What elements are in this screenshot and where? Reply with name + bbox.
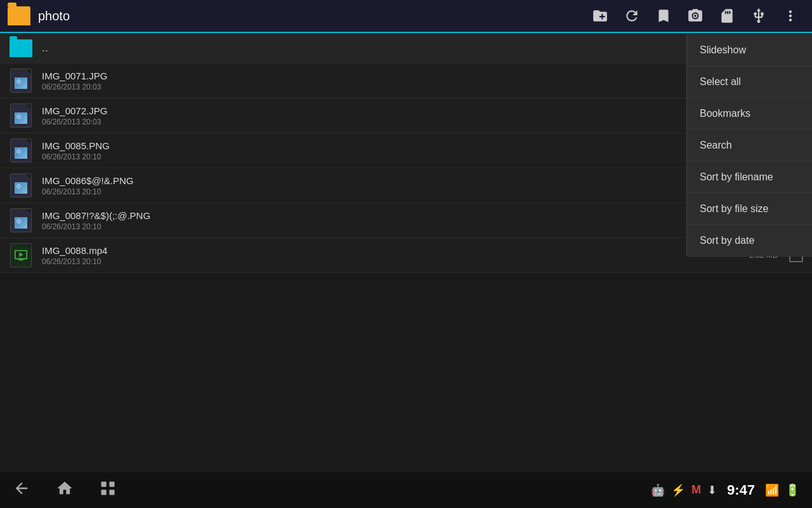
- battery-icon: 🔋: [785, 483, 799, 497]
- recents-nav-btn[interactable]: [99, 479, 117, 501]
- svg-rect-0: [102, 482, 107, 487]
- slideshow-menu-item[interactable]: Slideshow: [687, 34, 812, 66]
- nav-left: [13, 479, 117, 501]
- back-nav-btn[interactable]: [13, 479, 30, 501]
- search-menu-item[interactable]: Search: [687, 130, 812, 161]
- overlay[interactable]: [0, 0, 686, 472]
- usb-status-icon: ⚡: [671, 483, 685, 497]
- select-all-menu-item[interactable]: Select all: [687, 66, 812, 98]
- connectivity-icons: 📶 🔋: [765, 483, 799, 497]
- sort-by-date-menu-item[interactable]: Sort by date: [687, 225, 812, 257]
- context-menu: Slideshow Select all Bookmarks Search So…: [686, 34, 812, 257]
- more-btn[interactable]: [776, 2, 804, 30]
- svg-rect-2: [102, 490, 107, 495]
- android-icon: 🤖: [651, 483, 665, 497]
- download-icon: ⬇: [707, 483, 717, 497]
- svg-rect-3: [109, 490, 114, 495]
- wifi-icon: 📶: [765, 483, 779, 497]
- sort-by-filename-menu-item[interactable]: Sort by filename: [687, 161, 812, 193]
- usb-btn[interactable]: [745, 2, 773, 30]
- bookmarks-menu-item[interactable]: Bookmarks: [687, 98, 812, 130]
- nav-right: 🤖 ⚡ M ⬇ 9:47 📶 🔋: [651, 482, 799, 498]
- status-time: 9:47: [727, 482, 755, 498]
- svg-rect-1: [109, 482, 114, 487]
- nav-bar: 🤖 ⚡ M ⬇ 9:47 📶 🔋: [0, 472, 812, 508]
- gmail-icon: M: [691, 483, 701, 497]
- sort-by-filesize-menu-item[interactable]: Sort by file size: [687, 193, 812, 225]
- status-icons: 🤖 ⚡ M ⬇: [651, 483, 717, 497]
- home-nav-btn[interactable]: [56, 479, 74, 501]
- sd-btn[interactable]: [713, 2, 741, 30]
